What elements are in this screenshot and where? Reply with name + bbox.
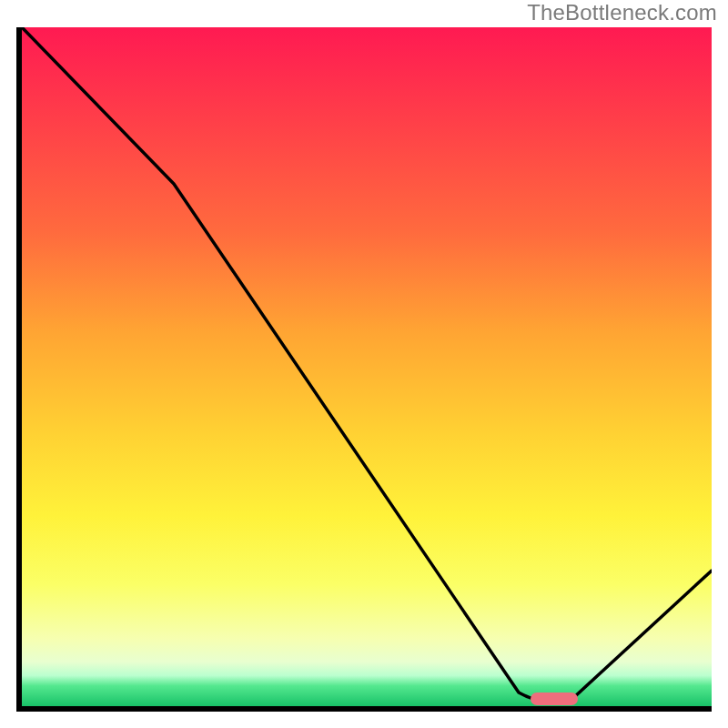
chart-container: TheBottleneck.com <box>0 0 728 728</box>
curve-path <box>22 27 712 701</box>
chart-svg <box>22 27 712 706</box>
minimum-marker <box>531 693 578 705</box>
watermark-text: TheBottleneck.com <box>527 0 717 25</box>
plot-area <box>16 27 712 712</box>
